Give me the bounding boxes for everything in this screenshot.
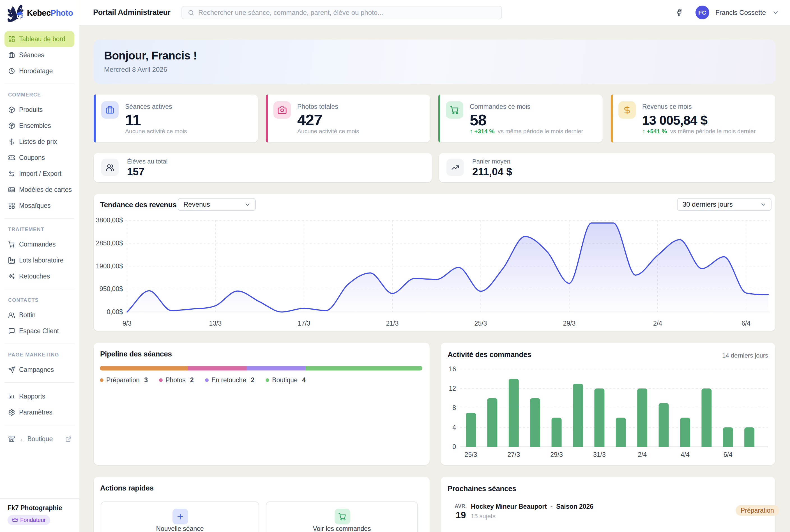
svg-text:16: 16	[449, 365, 456, 373]
svg-text:6/4: 6/4	[724, 451, 733, 458]
svg-text:8: 8	[452, 404, 456, 412]
svg-text:13/3: 13/3	[209, 320, 222, 327]
svg-text:6/4: 6/4	[741, 320, 750, 327]
svg-text:3800,00$: 3800,00$	[96, 216, 123, 224]
svg-text:12: 12	[449, 385, 456, 392]
svg-text:29/3: 29/3	[563, 320, 576, 327]
svg-text:0,00$: 0,00$	[107, 308, 123, 316]
svg-text:17/3: 17/3	[298, 320, 310, 327]
svg-text:1900,00$: 1900,00$	[96, 263, 123, 270]
svg-text:2/4: 2/4	[638, 451, 647, 458]
svg-text:31/3: 31/3	[593, 451, 606, 458]
svg-text:9/3: 9/3	[122, 320, 132, 327]
svg-text:4: 4	[452, 424, 456, 431]
svg-text:0: 0	[452, 443, 456, 450]
svg-text:27/3: 27/3	[507, 451, 520, 458]
svg-text:2850,00$: 2850,00$	[96, 240, 123, 247]
svg-text:25/3: 25/3	[475, 320, 487, 327]
svg-text:4/4: 4/4	[681, 451, 690, 458]
svg-text:25/3: 25/3	[465, 451, 477, 458]
svg-text:950,00$: 950,00$	[100, 285, 123, 292]
svg-text:29/3: 29/3	[550, 451, 563, 458]
svg-text:2/4: 2/4	[653, 320, 662, 327]
svg-text:21/3: 21/3	[386, 320, 399, 327]
